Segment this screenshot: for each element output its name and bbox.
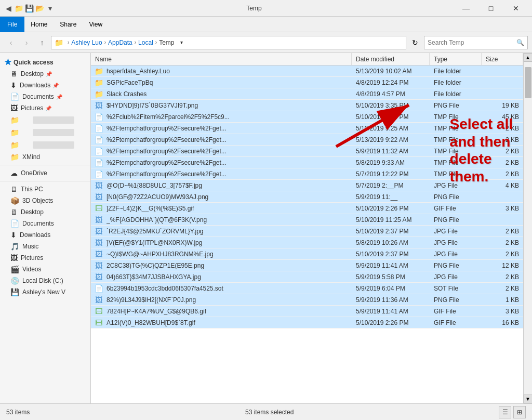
sidebar-item-pc-downloads[interactable]: ⬇ Downloads — [0, 229, 90, 241]
search-box[interactable]: 🔍 — [424, 36, 528, 49]
sidebar-item-desktop[interactable]: 🖥 Desktop 📌 — [0, 68, 90, 80]
table-row[interactable]: 📄 %2Ftempchatforgroup%2Fsecure%2Fget... … — [91, 134, 523, 146]
folder-icon-1: 📁 — [10, 116, 19, 124]
header-size[interactable]: Size — [482, 53, 523, 65]
file-date: 5/10/2019 2:26 PM — [352, 319, 430, 326]
back-icon[interactable]: ◀ — [4, 4, 12, 12]
sidebar-item-localdisk[interactable]: 💿 Local Disk (C:) — [0, 275, 90, 286]
scroll-down[interactable]: ▼ — [524, 395, 533, 403]
table-row[interactable]: 🖼 ~Q)I$WG@~AHPXHJ83RGNM%E.jpg 5/10/2019 … — [91, 248, 523, 260]
sidebar-blank-3[interactable]: 📁 — [0, 139, 90, 151]
header-type[interactable]: Type — [430, 53, 482, 65]
right-scrollbar[interactable]: ▲ ▼ — [523, 53, 532, 403]
scroll-thumb[interactable] — [525, 67, 531, 98]
minimize-button[interactable]: — — [454, 0, 478, 17]
quick-access-header[interactable]: ★ Quick access — [0, 55, 90, 68]
file-size: 16 KB — [482, 319, 523, 326]
sidebar-item-onedrive[interactable]: ☁ OneDrive — [0, 167, 90, 179]
sidebar-item-pc-pictures[interactable]: 🖼 Pictures — [0, 252, 90, 264]
table-row[interactable]: 📄 %2Ftempchatforgroup%2Fsecure%2Fget... … — [91, 168, 523, 180]
address-dropdown[interactable]: ▾ — [176, 37, 187, 48]
table-row[interactable]: 📁 hsperfdata_Ashley.Luo 5/13/2019 10:02 … — [91, 65, 523, 77]
file-date: 5/10/2019 3:35 PM — [352, 102, 430, 109]
table-row[interactable]: 📁 SGPicFaceTpBq 4/8/2019 12:24 PM File f… — [91, 77, 523, 88]
file-date: 5/7/2019 12:22 PM — [352, 170, 430, 178]
table-row[interactable]: 📄 %2Ftempchatforgroup%2Fsecure%2Fget... … — [91, 146, 523, 157]
pc-pictures-icon: 🖼 — [10, 254, 18, 262]
share-menu[interactable]: Share — [54, 17, 83, 32]
table-row[interactable]: 🖼 $HYDND]9)I7S`0BG37VJI9T.png 5/10/2019 … — [91, 100, 523, 111]
scroll-up[interactable]: ▲ — [524, 53, 533, 62]
sidebar-item-pc-documents[interactable]: 📄 Documents — [0, 218, 90, 229]
table-row[interactable]: 🖼 @O(D~%1{88D8ULC_3[757$F.jpg 5/7/2019 2… — [91, 180, 523, 191]
file-menu[interactable]: File — [0, 17, 24, 32]
file-date: 5/9/2019 11:32 AM — [352, 148, 430, 155]
table-row[interactable]: 🖼 2C8C38)TG{%C}QZP1E(E95E.png 5/9/2019 1… — [91, 260, 523, 271]
back-button[interactable]: ‹ — [4, 36, 18, 49]
sidebar-item-3dobjects[interactable]: 📦 3D Objects — [0, 195, 90, 206]
table-row[interactable]: 🖼 82%)9L34J9$IH2[(NXF`P0J.png 5/9/2019 1… — [91, 294, 523, 306]
table-row[interactable]: 📄 %2Ftempchatforgroup%2Fsecure%2Fget... … — [91, 157, 523, 168]
table-row[interactable]: 🎞 7824H]P~K4A7%UV_G$@9QB6.gif 5/9/2019 1… — [91, 306, 523, 317]
file-size: 2 KB — [482, 239, 523, 246]
address-part-1[interactable]: Ashley Luo — [71, 39, 102, 46]
sidebar-item-thispc[interactable]: 🖥 This PC — [0, 183, 90, 195]
videos-icon: 🎬 — [10, 265, 19, 273]
xmind-icon: 📁 — [10, 153, 19, 161]
table-row[interactable]: 📄 %2Fclub%2Fitem%2Fparcel%2F5%2F5c9... 5… — [91, 111, 523, 123]
pin-icon: 📌 — [46, 71, 52, 77]
file-name: 04)663T}$34M7JJSBAHXGYA.jpg — [107, 273, 352, 281]
sidebar-item-pictures[interactable]: 🖼 Pictures 📌 — [0, 102, 90, 114]
up-button[interactable]: ↑ — [35, 36, 49, 49]
table-row[interactable]: 📄 %2Ftempchatforgroup%2Fsecure%2Fget... … — [91, 123, 523, 134]
file-type: PNG File — [430, 296, 482, 304]
sidebar-item-ashley-drive[interactable]: 💾 Ashley's New V — [0, 286, 90, 298]
dropdown-icon[interactable]: ▾ — [46, 4, 54, 12]
file-icon: 🖼 — [94, 296, 103, 304]
maximize-button[interactable]: □ — [479, 0, 503, 17]
forward-button[interactable]: › — [20, 36, 33, 49]
large-icons-view-button[interactable]: ⊞ — [513, 406, 526, 418]
sidebar-item-downloads[interactable]: ⬇ Downloads 📌 — [0, 80, 90, 91]
table-row[interactable]: 🖼 }V(EF(@$Y1(ITPL@NX0RX)W.jpg 5/8/2019 1… — [91, 237, 523, 248]
file-icon: 📁 — [94, 90, 103, 98]
sidebar-item-xmind[interactable]: 📁 XMind — [0, 151, 90, 163]
close-button[interactable]: ✕ — [504, 0, 528, 17]
table-row[interactable]: 🖼 [N0(GF@72Z2ACUO9)MW93AJ.png 5/9/2019 1… — [91, 191, 523, 203]
sidebar-blank-2[interactable]: 📁 — [0, 126, 90, 139]
sidebar-item-music[interactable]: 🎵 Music — [0, 241, 90, 252]
view-menu[interactable]: View — [83, 17, 109, 32]
address-part-2[interactable]: AppData — [108, 39, 132, 46]
home-menu[interactable]: Home — [24, 17, 54, 32]
address-part-3[interactable]: Local — [138, 39, 153, 46]
details-view-button[interactable]: ☰ — [499, 406, 511, 418]
sidebar-item-videos[interactable]: 🎬 Videos — [0, 264, 90, 275]
table-row[interactable]: 🖼 04)663T}$34M7JJSBAHXGYA.jpg 5/9/2019 5… — [91, 271, 523, 283]
menu-bar: File Home Share View — [0, 17, 532, 32]
sidebar-item-pc-desktop[interactable]: 🖥 Desktop — [0, 206, 90, 218]
table-row[interactable]: 🎞 ]Z2F~L4)2}K__G(%[%$E)S5.gif 5/10/2019 … — [91, 203, 523, 214]
folder-icon[interactable]: 📂 — [35, 4, 44, 12]
address-bar[interactable]: 📁 › Ashley Luo › AppData › Local › Temp … — [51, 36, 406, 49]
table-row[interactable]: 🖼 `R2EJ{4$@25MKU`ZORVML}Y.jpg 5/10/2019 … — [91, 226, 523, 237]
save-icon[interactable]: 💾 — [25, 4, 33, 12]
table-row[interactable]: 📁 Slack Crashes 4/8/2019 4:57 PM File fo… — [91, 88, 523, 100]
search-input[interactable] — [428, 39, 516, 46]
quick-access-icon[interactable]: 📁 — [15, 4, 23, 12]
table-row[interactable]: 🎞 A12I(V)0_H82WBUH[D9$`8T.gif 5/10/2019 … — [91, 317, 523, 329]
file-type: File folder — [430, 79, 482, 86]
file-type: File folder — [430, 68, 482, 75]
header-date[interactable]: Date modified — [352, 53, 430, 65]
file-date: 5/10/2019 2:26 PM — [352, 205, 430, 212]
table-row[interactable]: 🖼 _%F{AGDOHHA`}(QT@6F3K(V.png 5/10/2019 … — [91, 214, 523, 226]
table-row[interactable]: 📄 6b23994b1953cdc3bdd06f5307fa4525.sot 5… — [91, 283, 523, 294]
sidebar-blank-1[interactable]: 📁 — [0, 114, 90, 126]
file-type: JPG File — [430, 273, 482, 281]
header-name[interactable]: Name — [91, 53, 352, 65]
pin-icon-pic: 📌 — [45, 106, 51, 111]
sidebar-item-documents[interactable]: 📄 Documents 📌 — [0, 91, 90, 102]
file-icon: 🎞 — [94, 319, 103, 327]
file-date: 5/10/2019 2:37 PM — [352, 251, 430, 258]
refresh-button[interactable]: ↻ — [408, 36, 422, 49]
scroll-track[interactable] — [524, 62, 533, 395]
